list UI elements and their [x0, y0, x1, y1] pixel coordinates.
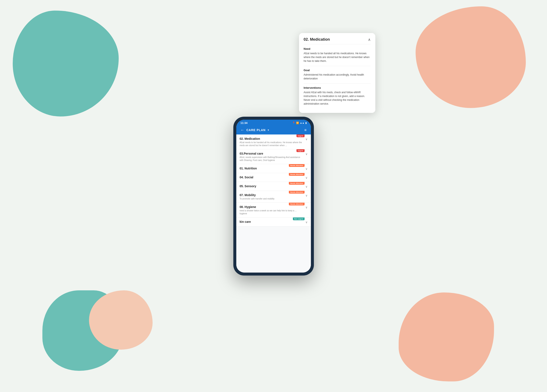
- popup-section-interventions: Interventions Assist Afzal with his meds…: [304, 86, 371, 106]
- wifi-icon: 🛜: [296, 122, 299, 124]
- nav-bar: ← CARE PLAN ▾ ≡: [236, 126, 311, 134]
- care-item-title-personal: 03.Personal care: [240, 152, 303, 155]
- care-plan-list[interactable]: Urgent 02. Medication Afzal needs to be …: [236, 134, 311, 272]
- popup-goal-text: Administered his medication accordingly.…: [304, 73, 371, 80]
- badge-needs-nutrition: Needs Attention: [289, 164, 304, 167]
- badge-urgent-personal: Urgent: [296, 149, 305, 152]
- care-item-desc-medication: Afzal needs to be handed all his medicat…: [240, 141, 303, 147]
- status-bar: 11:34 📍 🛜 ▲▲ ▮: [236, 120, 311, 126]
- main-scene: 11:34 📍 🛜 ▲▲ ▮ ← CARE PLAN ▾ ≡: [178, 16, 369, 376]
- back-button[interactable]: ←: [240, 128, 244, 132]
- nav-left: ← CARE PLAN ▾: [240, 128, 269, 132]
- care-item-title-mobility: 07. Mobility: [240, 193, 303, 197]
- popup-close-button[interactable]: ∧: [368, 37, 371, 42]
- popup-need-heading: Need: [304, 47, 371, 50]
- popup-section-goal: Goal Administered his medication accordi…: [304, 69, 371, 80]
- care-item-title-medication: 02. Medication: [240, 137, 303, 140]
- badge-needs-mobility: Needs Attention: [289, 191, 304, 193]
- care-item-skin[interactable]: Non urgent kin care ∨: [236, 218, 311, 226]
- care-item-social[interactable]: Needs Attention 04. Social ∨: [236, 173, 311, 182]
- chevron-mobility: ∨: [305, 194, 308, 197]
- menu-button[interactable]: ≡: [304, 128, 307, 132]
- care-item-personal-care[interactable]: Urgent 03.Personal care Afzol, needs sup…: [236, 149, 311, 164]
- blob-peach-center-left: [89, 290, 153, 350]
- page-title: CARE PLAN: [246, 128, 266, 132]
- chevron-skin: ∨: [305, 220, 308, 224]
- care-item-title-sensory: 05. Sensory: [240, 185, 303, 188]
- care-item-desc-hygiene: need a shower twice a week so we can hel…: [240, 209, 303, 215]
- badge-non-urgent-skin: Non urgent: [293, 218, 305, 220]
- chevron-hygiene: ∨: [305, 206, 308, 209]
- badge-needs-hygiene: Needs Attention: [289, 203, 304, 206]
- popup-section-need: Need Afzal needs to be handed all his me…: [304, 47, 371, 63]
- badge-needs-social: Needs Attention: [289, 173, 304, 176]
- blob-teal-top-left: [13, 11, 119, 116]
- status-time: 11:34: [240, 121, 247, 125]
- care-item-mobility[interactable]: Needs Attention 07. Mobility To promote …: [236, 191, 311, 203]
- chevron-medication: ∨: [305, 137, 308, 141]
- phone-screen: 11:34 📍 🛜 ▲▲ ▮ ← CARE PLAN ▾ ≡: [236, 120, 311, 272]
- chevron-sensory: ∨: [305, 185, 308, 188]
- care-item-medication[interactable]: Urgent 02. Medication Afzal needs to be …: [236, 134, 311, 149]
- phone-frame: 11:34 📍 🛜 ▲▲ ▮ ← CARE PLAN ▾ ≡: [233, 117, 314, 276]
- popup-goal-heading: Goal: [304, 69, 371, 72]
- chevron-social: ∨: [305, 176, 308, 179]
- care-item-hygiene[interactable]: Needs Attention 08. Hygiene need a showe…: [236, 203, 311, 218]
- popup-title: 02. Medication: [304, 37, 330, 42]
- care-item-title-hygiene: 08. Hygiene: [240, 205, 303, 209]
- chevron-nutrition: ∨: [305, 167, 308, 171]
- care-item-desc-personal: Afzol, needs supervision with Bathing/Sh…: [240, 156, 303, 162]
- badge-needs-sensory: Needs Attention: [289, 182, 304, 185]
- blob-teal-bottom-left: [42, 290, 123, 371]
- blob-peach-bottom-right: [399, 292, 494, 381]
- care-item-sensory[interactable]: Needs Attention 05. Sensory ∨: [236, 182, 311, 191]
- medication-popup: 02. Medication ∧ Need Afzal needs to be …: [299, 33, 375, 113]
- badge-urgent-medication: Urgent: [296, 134, 305, 137]
- blob-peach-top-right: [416, 6, 526, 108]
- battery-icon: ▮: [305, 122, 307, 124]
- care-item-title-social: 04. Social: [240, 176, 303, 179]
- signal-icon: ▲▲: [300, 122, 305, 124]
- care-item-nutrition[interactable]: Needs Attention 01. Nutrition ∨: [236, 164, 311, 173]
- care-item-title-skin: kin care: [240, 220, 303, 223]
- popup-divider-2: [304, 83, 371, 84]
- chevron-personal: ∨: [305, 152, 308, 156]
- care-item-desc-mobility: To promote safe transfer and mobility: [240, 197, 303, 200]
- dropdown-icon[interactable]: ▾: [268, 129, 269, 132]
- location-icon: 📍: [292, 122, 295, 124]
- popup-need-text: Afzal needs to be handed all his medicat…: [304, 52, 371, 63]
- popup-divider-1: [304, 66, 371, 66]
- care-item-title-nutrition: 01. Nutrition: [240, 167, 303, 170]
- popup-header: 02. Medication ∧: [304, 37, 371, 44]
- popup-interventions-text: Assist Afzal with his meds, check and fo…: [304, 90, 371, 106]
- status-icons: 📍 🛜 ▲▲ ▮: [292, 122, 307, 124]
- popup-interventions-heading: Interventions: [304, 86, 371, 89]
